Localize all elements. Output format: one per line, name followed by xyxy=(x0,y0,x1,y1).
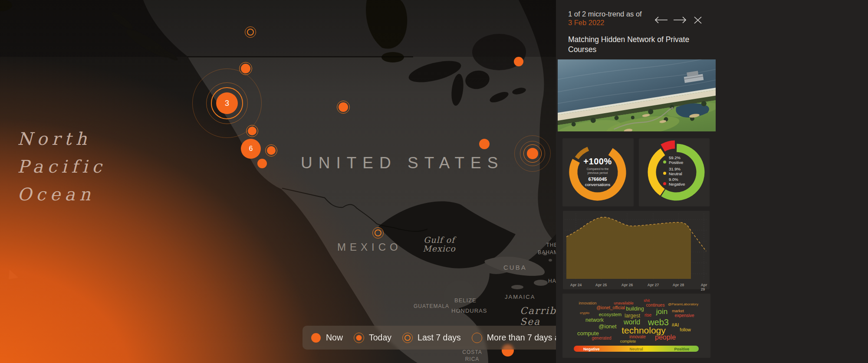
map-canvas[interactable]: North Pacific OceanUNITED STATESMEXICOGu… xyxy=(0,0,556,363)
wordcloud-word: ecosystem xyxy=(599,312,622,317)
wordcloud-word: continues xyxy=(646,303,665,307)
x-axis-label: Apr 25 xyxy=(595,283,607,287)
close-icon xyxy=(692,14,704,26)
previous-trend-button[interactable] xyxy=(652,14,670,26)
conversation-count: 6766045 xyxy=(574,177,621,182)
trend-date: 3 Feb 2022 xyxy=(568,19,604,27)
next-trend-button[interactable] xyxy=(671,14,689,26)
map-trend-marker[interactable] xyxy=(245,124,259,138)
legend-item-today: Today xyxy=(353,332,391,343)
legend-icon-part xyxy=(402,333,413,343)
wordcloud-word: innovation xyxy=(579,301,596,305)
scale-positive-label: Positive xyxy=(674,347,689,351)
marker-dot xyxy=(248,127,256,135)
x-axis-label: Apr 29 xyxy=(701,283,707,291)
donut-arc xyxy=(652,152,663,192)
map-trend-marker[interactable] xyxy=(336,100,351,114)
sentiment-dot-icon xyxy=(663,182,666,185)
trend-detail-panel: 1 of 2 micro-trend as of 3 Feb 2022 Matc… xyxy=(556,0,868,363)
sentiment-dot-icon xyxy=(663,160,666,164)
volume-center-text: +100% Compared to the previous period 67… xyxy=(574,157,621,187)
scale-neutral-label: Neutral xyxy=(629,347,643,351)
sentiment-legend-text: 59.2%Positive xyxy=(669,156,683,165)
marker-dot xyxy=(339,102,348,112)
map-trend-marker[interactable] xyxy=(256,158,268,169)
donut-arc xyxy=(663,144,675,148)
marker-dot xyxy=(527,148,538,159)
sentiment-legend-row-positive: 59.2%Positive xyxy=(663,156,683,165)
wordcloud-word: @ionet_official xyxy=(596,306,625,310)
marker-dot xyxy=(479,139,490,149)
trend-area-chart xyxy=(563,211,710,289)
close-panel-button[interactable] xyxy=(691,14,704,26)
legend-icon-part xyxy=(354,333,364,343)
legend-icon-part xyxy=(472,333,482,343)
wordcloud-card: innovationunavailableshitcontinues@Param… xyxy=(562,294,710,358)
marker-dot xyxy=(514,57,523,66)
last7-marker-icon xyxy=(402,332,413,343)
wordcloud-word: follow xyxy=(680,328,691,332)
sentiment-label: Positive xyxy=(669,160,683,165)
trend-chart-card: Apr 24Apr 25Apr 26Apr 27Apr 28Apr 29 xyxy=(563,211,710,289)
map-trend-marker[interactable] xyxy=(478,138,490,150)
sentiment-pct: 9.0% xyxy=(669,177,685,182)
trend-photo xyxy=(558,59,716,131)
map-trend-marker[interactable] xyxy=(264,144,278,157)
wordcloud-word: rise xyxy=(644,313,651,317)
cluster-count: 3 xyxy=(216,92,238,114)
legend-item-label: Now xyxy=(326,333,343,343)
wordcloud-word: @ionet xyxy=(598,324,616,329)
map-cluster-marker[interactable]: 6 xyxy=(240,138,262,160)
map-trend-marker[interactable] xyxy=(372,226,385,239)
map-trend-marker[interactable] xyxy=(513,134,552,173)
app-window: North Pacific OceanUNITED STATESMEXICOGu… xyxy=(0,0,868,363)
x-axis-label: Apr 27 xyxy=(648,283,659,287)
sentiment-legend-text: 9.0%Negative xyxy=(669,177,685,186)
trend-area-fill xyxy=(566,217,691,279)
legend-item-older: More than 7 days ago xyxy=(471,332,556,343)
legend-item-last7: Last 7 days xyxy=(402,332,461,343)
marker-dot xyxy=(267,146,276,155)
wordcloud-word: shit xyxy=(644,299,650,303)
volume-change-value: +100% xyxy=(574,157,621,167)
arrow-right-icon xyxy=(672,14,688,26)
sentiment-pct: 31.9% xyxy=(669,167,682,172)
trend-counter: 1 of 2 micro-trend as of xyxy=(568,10,642,19)
wordcloud-word: unavailable xyxy=(614,301,634,305)
wordcloud-word: #AI xyxy=(672,323,679,327)
sentiment-legend-row-neutral: 31.9%Neutral xyxy=(663,167,682,176)
today-marker-icon xyxy=(353,332,365,343)
map-legend-bar: NowTodayLast 7 daysMore than 7 days ago xyxy=(302,326,556,350)
map-trend-marker[interactable] xyxy=(244,26,257,39)
legend-icon-part xyxy=(311,333,321,343)
sentiment-legend-text: 31.9%Neutral xyxy=(669,167,682,176)
sentiment-donut-card: 59.2%Positive31.9%Neutral9.0%Negative xyxy=(639,138,710,206)
wordcloud-word: largest xyxy=(625,313,640,318)
scale-negative-label: Negative xyxy=(583,347,600,351)
wordcloud-word: expensive xyxy=(674,314,694,318)
x-axis-label: Apr 24 xyxy=(570,283,582,287)
wordcloud-word: crypto xyxy=(580,311,589,315)
map-trend-marker[interactable] xyxy=(513,56,524,67)
map-land-art xyxy=(0,0,556,363)
sentiment-label: Negative xyxy=(669,182,685,187)
wordcloud-word: building xyxy=(626,306,644,311)
legend-item-now: Now xyxy=(310,332,343,343)
wordcloud-word: people xyxy=(655,334,676,341)
trend-title: Matching Hidden Network of Private Cours… xyxy=(568,35,713,55)
x-axis-label: Apr 26 xyxy=(621,283,633,287)
volume-donut-card: +100% Compared to the previous period 67… xyxy=(562,138,634,206)
legend-item-label: Last 7 days xyxy=(418,333,461,343)
wordcloud-word: complete xyxy=(620,340,636,343)
wordcloud-word: network xyxy=(585,317,604,323)
marker-dot xyxy=(257,159,267,168)
wordcloud-word: innovate xyxy=(629,335,646,339)
legend-item-label: More than 7 days ago xyxy=(487,333,556,343)
marker-ring xyxy=(372,227,384,239)
arrow-left-icon xyxy=(653,14,669,26)
x-axis-label: Apr 28 xyxy=(673,283,684,287)
golf-course-photo-art xyxy=(558,59,716,131)
sentiment-legend-row-negative: 9.0%Negative xyxy=(663,177,685,186)
now-marker-icon xyxy=(310,332,322,343)
legend-item-label: Today xyxy=(369,333,391,343)
